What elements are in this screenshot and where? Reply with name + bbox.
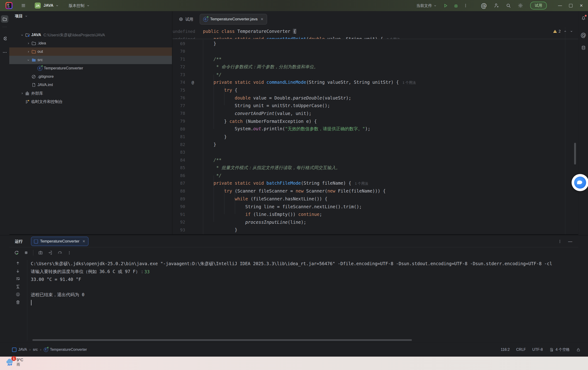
line-number[interactable]: 85 bbox=[173, 165, 185, 170]
run-more-kebab-icon[interactable] bbox=[67, 251, 72, 255]
console-horizontal-scrollbar[interactable] bbox=[32, 339, 412, 341]
soft-wrap-icon[interactable] bbox=[15, 276, 20, 281]
profiler-gauge-icon[interactable] bbox=[57, 250, 63, 255]
project-avatar[interactable]: JA bbox=[35, 2, 41, 9]
tab-close-icon[interactable]: ✕ bbox=[261, 17, 263, 21]
inspections-widget[interactable]: 2 bbox=[553, 29, 573, 33]
weather-widget[interactable]: 1 9°C 雨 bbox=[5, 358, 23, 367]
line-separator[interactable]: CRLF bbox=[513, 348, 529, 352]
vcs-menu[interactable]: 版本控制 bbox=[69, 3, 84, 8]
line-number[interactable]: 70 bbox=[173, 49, 185, 54]
commit-tool-icon[interactable] bbox=[1, 35, 8, 42]
next-occurrence-down-icon[interactable] bbox=[15, 269, 20, 273]
file-encoding[interactable]: UTF-8 bbox=[529, 348, 546, 352]
line-number[interactable]: 77 bbox=[173, 103, 185, 108]
line-number[interactable]: 82 bbox=[173, 142, 185, 147]
run-panel-options-kebab-icon[interactable] bbox=[558, 239, 562, 244]
project-chevron-down-icon[interactable] bbox=[55, 4, 59, 7]
line-number[interactable]: 74 bbox=[173, 80, 185, 85]
run-tab-close-icon[interactable]: ✕ bbox=[82, 239, 85, 243]
line-number[interactable]: undefined bbox=[173, 37, 185, 39]
print-icon[interactable] bbox=[15, 292, 20, 297]
trial-button[interactable]: 试用 bbox=[530, 2, 547, 10]
tree-item-.gitignore[interactable]: .gitignore bbox=[9, 73, 172, 81]
main-menu-hamburger-icon[interactable] bbox=[21, 3, 26, 8]
run-panel-hide-icon[interactable]: — bbox=[568, 239, 572, 244]
window-minimize-button[interactable]: — bbox=[555, 2, 565, 10]
breadcrumb[interactable]: JAVA › src › C TemperatureConverter bbox=[9, 348, 90, 352]
vcs-chevron-down-icon[interactable] bbox=[86, 4, 90, 7]
search-everywhere-icon[interactable] bbox=[506, 3, 511, 8]
tree-item-java[interactable]: JAVAC:\Users\朱彦硕\IdeaProjects\JAVA bbox=[9, 31, 172, 39]
line-number[interactable]: 91 bbox=[173, 212, 185, 217]
line-number[interactable]: 73 bbox=[173, 72, 185, 77]
line-number[interactable]: 87 bbox=[173, 181, 185, 186]
tree-item-临时文件和控制台[interactable]: 临时文件和控制台 bbox=[9, 97, 172, 106]
line-number[interactable]: 83 bbox=[173, 150, 185, 155]
console-output[interactable]: C:\Users\朱彦硕\.jdks\openjdk-25.0.2\bin\ja… bbox=[31, 260, 578, 340]
window-maximize-button[interactable] bbox=[565, 2, 576, 10]
debug-button[interactable] bbox=[453, 3, 459, 8]
database-tool-icon[interactable] bbox=[580, 44, 587, 51]
line-number[interactable]: 89 bbox=[173, 196, 185, 201]
line-number[interactable]: 79 bbox=[173, 119, 185, 124]
tree-item-temperatureconverter[interactable]: CTemperatureConverter bbox=[9, 64, 172, 73]
code-with-me-add-user-icon[interactable] bbox=[494, 3, 499, 8]
rerun-button[interactable] bbox=[14, 250, 19, 255]
line-number[interactable]: 76 bbox=[173, 95, 185, 100]
tab-trial[interactable]: 试用 bbox=[175, 14, 197, 24]
line-number[interactable]: 84 bbox=[173, 158, 185, 162]
floating-browser-ball[interactable] bbox=[572, 174, 588, 191]
line-number[interactable]: 93 bbox=[173, 227, 185, 232]
run-button[interactable] bbox=[443, 3, 448, 8]
line-number[interactable]: undefined bbox=[173, 29, 185, 34]
screenshot-camera-icon[interactable] bbox=[38, 250, 43, 255]
chevron-down-icon bbox=[27, 58, 30, 62]
code-line-83: 83 bbox=[173, 148, 588, 156]
file-lock-icon[interactable] bbox=[573, 348, 584, 352]
tree-item-out[interactable]: out bbox=[9, 47, 172, 56]
line-number[interactable]: 80 bbox=[173, 127, 185, 131]
line-number[interactable]: 75 bbox=[173, 88, 185, 93]
run-configuration-widget[interactable]: 当前文件 bbox=[416, 3, 432, 8]
clipped-code-line: undefined private static void convertAnd… bbox=[173, 35, 588, 39]
stop-button[interactable] bbox=[24, 250, 29, 255]
caret-position[interactable]: 116:2 bbox=[497, 348, 513, 352]
ai-assistant-icon[interactable]: @ bbox=[481, 2, 487, 9]
line-number[interactable]: 92 bbox=[173, 220, 185, 224]
run-config-chevron-down-icon[interactable] bbox=[433, 4, 437, 7]
project-tool-icon[interactable] bbox=[1, 15, 8, 23]
line-number[interactable]: 71 bbox=[173, 57, 185, 62]
clear-console-trash-icon[interactable] bbox=[15, 300, 20, 305]
gutter-annotation-icon[interactable]: @ bbox=[189, 80, 196, 85]
tree-item-外部库[interactable]: 外部库 bbox=[9, 89, 172, 97]
prev-occurrence-up-icon[interactable] bbox=[15, 261, 20, 266]
ai-assistant-tool-icon[interactable]: @ bbox=[580, 32, 587, 39]
code-viewport[interactable]: undefinedpublic class TemperatureConvert… bbox=[173, 27, 588, 234]
scroll-to-end-icon[interactable] bbox=[15, 284, 20, 289]
tree-item-src[interactable]: src bbox=[9, 56, 172, 64]
project-name[interactable]: JAVA bbox=[43, 3, 53, 8]
notifications-bell-icon[interactable] bbox=[580, 14, 587, 22]
line-number[interactable]: 86 bbox=[173, 173, 185, 178]
more-actions-kebab-icon[interactable] bbox=[463, 3, 468, 8]
window-close-button[interactable]: ✕ bbox=[576, 2, 587, 10]
tab-temperatureconverter-java[interactable]: C TemperatureConverter.java ✕ bbox=[200, 14, 267, 24]
more-tool-windows-icon[interactable] bbox=[1, 49, 8, 56]
line-number[interactable]: 81 bbox=[173, 134, 185, 139]
project-panel-header[interactable]: 项目 bbox=[15, 13, 28, 19]
notification-red-dot bbox=[585, 15, 587, 17]
indent-setting[interactable]: 4 个空格 bbox=[546, 347, 573, 352]
line-number[interactable]: 90 bbox=[173, 204, 185, 209]
import-thread-dump-icon[interactable] bbox=[48, 250, 53, 255]
tree-item-.idea[interactable]: .idea bbox=[9, 39, 172, 47]
run-tab-temperatureconverter[interactable]: TemperatureConverter ✕ bbox=[31, 237, 88, 246]
settings-gear-icon[interactable] bbox=[518, 3, 523, 8]
line-number[interactable]: 78 bbox=[173, 111, 185, 116]
tree-item-java.iml[interactable]: JAVA.iml bbox=[9, 81, 172, 89]
line-number[interactable]: 88 bbox=[173, 189, 185, 193]
line-number[interactable]: 69 bbox=[173, 41, 185, 46]
project-panel: 项目 JAVAC:\Users\朱彦硕\IdeaProjects\JAVA.id… bbox=[9, 11, 173, 234]
line-number[interactable]: 72 bbox=[173, 64, 185, 69]
editor-vertical-scrollbar[interactable] bbox=[574, 143, 576, 165]
